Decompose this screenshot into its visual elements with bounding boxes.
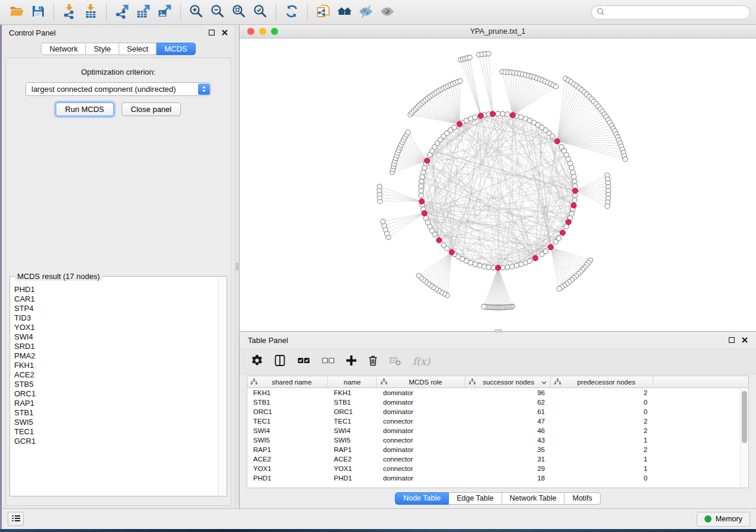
mcds-result-item[interactable]: RAP1 bbox=[14, 399, 218, 408]
import-table-button[interactable] bbox=[80, 3, 101, 22]
graph-node[interactable] bbox=[514, 263, 519, 268]
mcds-graph-node[interactable] bbox=[573, 188, 578, 194]
graph-node[interactable] bbox=[570, 170, 575, 175]
graph-node[interactable] bbox=[473, 115, 477, 120]
graph-node[interactable] bbox=[419, 179, 424, 184]
import-network-button[interactable] bbox=[59, 3, 80, 22]
create-column-button[interactable] bbox=[346, 355, 356, 367]
mcds-graph-node[interactable] bbox=[478, 113, 483, 118]
mcds-result-item[interactable]: STB1 bbox=[14, 408, 218, 418]
table-row[interactable]: SWI4SWI4dominator462 bbox=[247, 426, 748, 435]
table-row[interactable]: FKH1FKH1dominator962 bbox=[247, 388, 748, 398]
graph-node[interactable] bbox=[550, 134, 555, 139]
zoom-selected-button[interactable] bbox=[250, 3, 271, 22]
graph-leaf-node[interactable] bbox=[605, 204, 610, 209]
graph-node[interactable] bbox=[452, 125, 457, 130]
vertical-splitter[interactable] bbox=[235, 25, 240, 508]
mcds-graph-node[interactable] bbox=[554, 139, 560, 144]
export-image-button[interactable] bbox=[154, 3, 176, 22]
mcds-result-item[interactable]: STB5 bbox=[14, 380, 218, 389]
show-columns-button[interactable] bbox=[275, 355, 286, 368]
graph-node[interactable] bbox=[519, 262, 524, 267]
table-row[interactable]: STB1STB1dominator620 bbox=[247, 398, 748, 407]
mcds-list-scrollbar[interactable] bbox=[218, 277, 226, 495]
vertical-splitter-handle[interactable] bbox=[236, 263, 238, 270]
mcds-result-item[interactable]: ACE2 bbox=[14, 370, 218, 380]
graph-leaf-node[interactable] bbox=[381, 219, 385, 224]
mcds-result-list[interactable]: PHD1CAR1STP4TID3YOX1SWI4SRD1PMA2FKH1ACE2… bbox=[11, 277, 218, 495]
mcds-result-item[interactable]: STP4 bbox=[14, 304, 218, 313]
graph-node[interactable] bbox=[420, 175, 425, 180]
graph-node[interactable] bbox=[572, 198, 577, 203]
table-tab-network-table[interactable]: Network Table bbox=[502, 492, 565, 505]
graph-node[interactable] bbox=[482, 264, 487, 269]
float-table-panel-icon[interactable] bbox=[729, 336, 735, 345]
panel-menu-button[interactable] bbox=[8, 512, 24, 526]
table-tab-motifs[interactable]: Motifs bbox=[564, 492, 600, 505]
graph-node[interactable] bbox=[421, 170, 426, 175]
deselect-all-rows-button[interactable] bbox=[322, 356, 334, 367]
graph-node[interactable] bbox=[486, 265, 491, 270]
horizontal-splitter-handle[interactable] bbox=[495, 329, 502, 332]
table-tab-edge-table[interactable]: Edge Table bbox=[449, 492, 502, 505]
mcds-graph-node[interactable] bbox=[425, 158, 430, 164]
mcds-graph-node[interactable] bbox=[422, 211, 427, 216]
mcds-result-item[interactable]: PMA2 bbox=[14, 351, 218, 361]
mcds-graph-node[interactable] bbox=[449, 249, 454, 255]
zoom-window-light[interactable] bbox=[271, 28, 278, 35]
mcds-result-item[interactable]: TEC1 bbox=[14, 427, 218, 437]
zoom-fit-button[interactable] bbox=[228, 3, 250, 22]
column-header-successor-nodes[interactable]: successor nodes bbox=[465, 376, 551, 387]
mcds-result-item[interactable]: PHD1 bbox=[14, 285, 218, 294]
mcds-graph-node[interactable] bbox=[533, 255, 538, 261]
column-header-mcds-role[interactable]: MCDS role bbox=[377, 376, 465, 387]
delete-columns-button[interactable] bbox=[368, 355, 378, 368]
memory-button[interactable]: Memory bbox=[697, 512, 750, 527]
graph-nodes[interactable] bbox=[377, 52, 628, 310]
column-header-predecessor-nodes[interactable]: predecessor nodes bbox=[551, 376, 653, 387]
table-row[interactable]: ORC1ORC1dominator610 bbox=[247, 407, 748, 416]
mcds-result-item[interactable]: GCR1 bbox=[14, 437, 218, 446]
mcds-result-item[interactable]: YOX1 bbox=[14, 323, 218, 332]
network-window-titlebar[interactable]: YPA_prune.txt_1 bbox=[240, 25, 756, 39]
show-all-button[interactable] bbox=[377, 3, 398, 22]
run-mcds-button[interactable]: Run MCDS bbox=[56, 102, 114, 116]
mcds-graph-node[interactable] bbox=[496, 265, 501, 271]
table-row[interactable]: PHD1PHD1dominator180 bbox=[247, 473, 748, 483]
close-panel-button[interactable]: Close panel bbox=[122, 102, 181, 116]
save-session-button[interactable] bbox=[27, 3, 49, 22]
mcds-result-item[interactable]: ORC1 bbox=[14, 389, 218, 399]
graph-leaf-node[interactable] bbox=[467, 55, 472, 60]
graph-node[interactable] bbox=[423, 216, 428, 220]
graph-leaf-node[interactable] bbox=[486, 52, 491, 56]
select-all-rows-button[interactable] bbox=[298, 356, 310, 367]
export-table-button[interactable] bbox=[133, 3, 154, 22]
table-row[interactable]: RAP1RAP1dominator352 bbox=[247, 445, 748, 454]
table-row[interactable]: TEC1TEC1connector472 bbox=[247, 416, 748, 426]
graph-leaf-node[interactable] bbox=[481, 304, 486, 309]
mcds-graph-node[interactable] bbox=[419, 199, 425, 204]
refresh-button[interactable] bbox=[281, 3, 302, 22]
first-neighbors-button[interactable] bbox=[334, 3, 355, 22]
search-box[interactable] bbox=[591, 5, 750, 20]
mcds-result-item[interactable]: SWI4 bbox=[14, 332, 218, 342]
minimize-window-light[interactable] bbox=[259, 28, 266, 35]
table-row[interactable]: SWI5SWI5connector431 bbox=[247, 435, 748, 445]
graph-leaf-node[interactable] bbox=[406, 130, 410, 134]
tab-network[interactable]: Network bbox=[41, 43, 86, 55]
table-row[interactable]: YOX1YOX1connector291 bbox=[247, 464, 748, 473]
search-input[interactable] bbox=[607, 8, 745, 17]
mcds-graph-node[interactable] bbox=[457, 121, 462, 127]
table-tab-node-table[interactable]: Node Table bbox=[395, 492, 449, 505]
mcds-graph-node[interactable] bbox=[436, 238, 442, 243]
graph-leaf-node[interactable] bbox=[553, 84, 558, 89]
mcds-graph-node[interactable] bbox=[490, 111, 495, 117]
graph-leaf-node[interactable] bbox=[377, 184, 382, 189]
mcds-result-item[interactable]: SWI5 bbox=[14, 418, 218, 427]
mcds-graph-node[interactable] bbox=[510, 113, 515, 118]
zoom-out-button[interactable] bbox=[207, 3, 228, 22]
column-header-shared-name[interactable]: shared name bbox=[247, 376, 328, 387]
graph-node[interactable] bbox=[509, 264, 514, 269]
graph-leaf-node[interactable] bbox=[458, 79, 462, 84]
tab-mcds[interactable]: MCDS bbox=[157, 43, 195, 55]
